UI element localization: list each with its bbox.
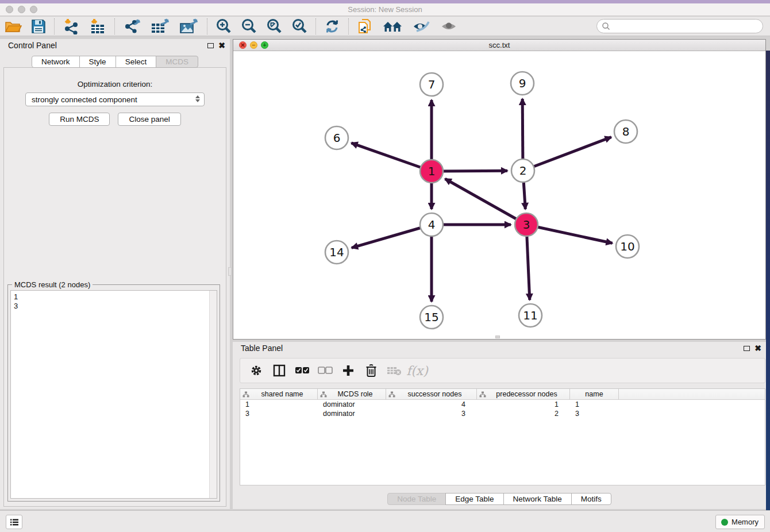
column-header-shared-name[interactable]: shared name: [240, 389, 318, 399]
select-arrows-icon: [195, 95, 200, 102]
result-line: 3: [14, 302, 217, 311]
graph-node-11[interactable]: 11: [519, 304, 542, 327]
graph-node-4[interactable]: 4: [420, 213, 443, 236]
mcds-result-text[interactable]: 13: [10, 290, 217, 499]
refresh-icon: [324, 18, 340, 34]
run-mcds-button[interactable]: Run MCDS: [49, 113, 110, 126]
graph-edge-2-8[interactable]: [523, 137, 611, 171]
splitter-handle[interactable]: [228, 267, 232, 276]
eye-icon: [440, 20, 458, 33]
add-column-button[interactable]: [338, 361, 359, 380]
svg-text:3: 3: [523, 218, 530, 232]
unchecked-boxes-icon: [318, 367, 333, 375]
table-body: 1dominator4113dominator323: [240, 400, 765, 418]
tab-select[interactable]: Select: [116, 56, 157, 68]
import-network-button[interactable]: [58, 17, 84, 36]
result-scrollbar[interactable]: [209, 291, 217, 498]
home-button[interactable]: [378, 17, 407, 36]
table-tab-edge-table[interactable]: Edge Table: [445, 493, 503, 505]
fx-icon: f(x): [406, 364, 428, 378]
window-titlebar: Session: New Session: [0, 3, 770, 16]
table-row[interactable]: 1dominator411: [240, 400, 765, 409]
status-bar: Memory: [0, 510, 770, 532]
save-floppy-icon: [31, 19, 46, 34]
graph-node-8[interactable]: 8: [614, 120, 637, 143]
mcds-result-title: MCDS result (2 nodes): [12, 280, 93, 289]
delete-table-button[interactable]: [384, 361, 405, 380]
close-table-panel-icon[interactable]: ✖: [754, 344, 761, 352]
zoom-fit-button[interactable]: [261, 17, 287, 36]
graph-edge-3-1[interactable]: [445, 179, 526, 225]
table-row[interactable]: 3dominator323: [240, 409, 765, 418]
graph-node-7[interactable]: 7: [420, 73, 443, 96]
graph-node-14[interactable]: 14: [325, 241, 348, 264]
column-header-MCDS-role[interactable]: MCDS role: [318, 389, 386, 399]
column-header-successor-nodes[interactable]: successor nodes: [386, 389, 477, 399]
search-icon: [602, 22, 610, 30]
column-label: predecessor nodes: [486, 390, 567, 398]
delete-column-button[interactable]: [361, 361, 382, 380]
export-table-icon: [151, 18, 170, 34]
close-panel-icon[interactable]: ✖: [218, 41, 225, 49]
svg-text:7: 7: [428, 78, 436, 91]
tab-network[interactable]: Network: [32, 56, 80, 68]
open-session-button[interactable]: [0, 17, 26, 36]
show-selected-button[interactable]: [435, 17, 463, 36]
export-table-button[interactable]: [146, 17, 175, 36]
graph-edge-3-10[interactable]: [526, 225, 613, 243]
table-settings-button[interactable]: [246, 361, 267, 380]
function-builder-button[interactable]: f(x): [407, 361, 428, 380]
network-canvas[interactable]: 7968124314101511: [233, 51, 765, 339]
zoom-in-button[interactable]: [211, 17, 236, 36]
float-panel-icon[interactable]: [207, 43, 214, 48]
graph-node-3[interactable]: 3: [515, 213, 538, 236]
control-panel-title: Control Panel: [8, 41, 57, 50]
deselect-all-columns-button[interactable]: [315, 361, 336, 380]
hide-selected-button[interactable]: [407, 17, 435, 36]
zoom-fit-icon: [266, 18, 282, 34]
graph-node-9[interactable]: 9: [511, 72, 534, 95]
table-header-row: shared nameMCDS rolesuccessor nodesprede…: [240, 389, 765, 400]
table-tab-node-table[interactable]: Node Table: [387, 493, 446, 505]
cell-name: 1: [570, 400, 619, 408]
graph-node-15[interactable]: 15: [420, 306, 443, 329]
graph-edge-1-6[interactable]: [351, 143, 432, 171]
zoom-out-button[interactable]: [236, 17, 261, 36]
close-panel-button[interactable]: Close panel: [118, 113, 180, 126]
graph-node-2[interactable]: 2: [511, 159, 534, 182]
network-window-titlebar: ✕ − + scc.txt: [233, 40, 765, 51]
column-header-name[interactable]: name: [570, 389, 619, 399]
split-view-button[interactable]: [269, 361, 290, 380]
desktop-wallpaper-right: [766, 51, 770, 532]
graph-edge-4-14[interactable]: [352, 225, 432, 248]
criterion-select[interactable]: strongly connected component: [25, 92, 205, 106]
refresh-button[interactable]: [319, 17, 345, 36]
column-tree-icon: [320, 391, 327, 398]
table-panel-header: Table Panel ✖: [233, 342, 766, 354]
svg-text:9: 9: [519, 76, 526, 90]
float-table-panel-icon[interactable]: [744, 346, 750, 351]
zoom-selected-button[interactable]: [287, 17, 312, 36]
table-tab-network-table[interactable]: Network Table: [503, 493, 572, 505]
tab-mcds[interactable]: MCDS: [156, 56, 198, 68]
select-all-columns-button[interactable]: [292, 361, 313, 380]
delete-table-icon: [387, 365, 402, 376]
search-input[interactable]: [610, 21, 763, 32]
save-session-button[interactable]: [26, 17, 51, 36]
export-network-button[interactable]: [118, 17, 146, 36]
duplicate-network-button[interactable]: [352, 17, 378, 36]
graph-node-10[interactable]: 10: [616, 235, 639, 258]
memory-label: Memory: [732, 518, 759, 526]
graph-node-1[interactable]: 1: [420, 160, 443, 183]
table-tab-motifs[interactable]: Motifs: [571, 493, 611, 505]
export-image-button[interactable]: [175, 17, 203, 36]
memory-button[interactable]: Memory: [715, 515, 765, 529]
import-table-button[interactable]: [84, 17, 111, 36]
column-header-predecessor-nodes[interactable]: predecessor nodes: [477, 389, 570, 399]
canvas-resize-grip[interactable]: [495, 336, 500, 338]
graph-node-6[interactable]: 6: [325, 126, 348, 149]
task-history-button[interactable]: [6, 515, 22, 529]
tab-style[interactable]: Style: [79, 56, 116, 68]
column-label: name: [572, 390, 616, 398]
svg-text:8: 8: [622, 125, 630, 138]
